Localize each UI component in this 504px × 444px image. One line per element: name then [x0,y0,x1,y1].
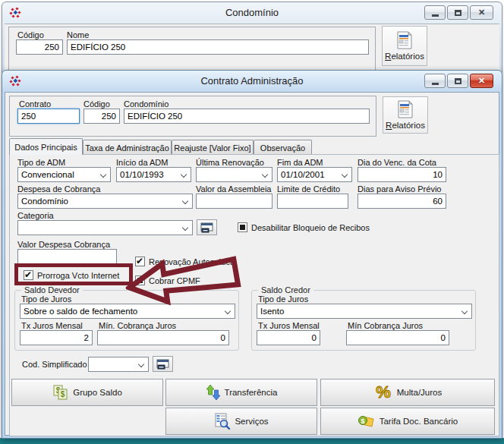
tarifa-doc-bancario-button[interactable]: $ Tarifa Doc. Bancário [320,408,495,435]
transfer-arrows-icon [206,384,221,401]
inicio-adm-select[interactable]: 01/10/1993 [116,167,191,182]
maximize-button[interactable] [447,5,468,20]
ultima-renovacao-label: Última Renovação [196,158,264,167]
combo-value: Sobre o saldo de fechamento [24,307,137,316]
grupo-saldo-label: Grupo Saldo [73,388,122,397]
price-tag-icon: $ [358,414,376,428]
combo-value: Condomínio [21,197,68,206]
valor-assembleia-field[interactable] [196,194,272,209]
dia-venc-cota-field[interactable] [358,167,446,182]
maximize-button[interactable] [447,74,468,88]
svg-text:%: % [376,384,391,401]
fim-adm-label: Fim da ADM [277,158,323,167]
grupo-saldo-button[interactable]: $ $ Grupo Saldo [11,379,163,406]
despesa-cobranca-select[interactable]: Condomínio [17,194,193,209]
limite-credito-field[interactable] [277,194,348,209]
combo-value: Isento [260,307,284,316]
nome-field[interactable] [67,39,369,55]
valor-despesa-cobranca-field[interactable] [17,249,117,264]
tipo-adm-select[interactable]: Convencional [17,167,111,182]
codigo-label: Código [83,99,110,109]
nome-label: Nome [67,30,89,39]
cod-simplificado-lookup-button[interactable] [153,356,173,372]
condominio-label: Condomínio [124,99,169,109]
tab-dados-principais[interactable]: Dados Principais [9,138,83,155]
multa-juros-button[interactable]: % Multa/Juros [320,379,495,406]
background-taskbar-strip [0,438,504,444]
maximize-icon [455,10,461,16]
report-icon [396,31,413,49]
condominio-field[interactable] [124,109,370,124]
categoria-lookup-button[interactable] [197,219,217,235]
svg-text:$: $ [61,390,65,398]
min-cobranca-devedor-field[interactable] [97,330,229,345]
saldo-devedor-title: Saldo Devedor [21,285,83,294]
saldo-credor-title: Saldo Credor [258,285,313,294]
tabpage-dados-principais: Tipo de ADM Convencional Início da ADM 0… [9,154,499,436]
codigo-label: Código [17,30,44,39]
min-cobranca-credor-field[interactable] [346,330,449,345]
valor-assembleia-label: Valor da Assembleia [196,184,271,194]
tx-juros-credor-field[interactable] [257,330,320,345]
minimize-button[interactable] [424,74,446,88]
min-cobranca-label: Mín Cobrança Juros [348,321,423,330]
saldo-credor-group: Saldo Credor Tipo de Juros Isento Tx Jur… [251,290,476,351]
chevron-down-icon [100,172,106,178]
tab-label: Taxa de Administração [85,143,169,153]
relatorios-label: Relatórios [385,52,424,61]
codigo-field[interactable] [16,39,63,55]
condominio-window: Condomínio ✕ Código Nome Relatórios [2,2,502,73]
categoria-label: Categoria [17,211,54,220]
tab-observacao[interactable]: Observação [254,140,312,155]
tipo-juros-label: Tipo de Juros [258,294,308,304]
tab-label: Dados Principais [14,143,77,152]
close-button[interactable]: ✕ [470,5,493,20]
dia-venc-cota-label: Dia do Venc. da Cota [358,158,436,167]
chevron-down-icon [262,172,268,178]
cod-simplificado-select[interactable] [88,357,149,372]
chevron-down-icon [461,308,468,314]
relatorios-button[interactable]: Relatórios [383,96,428,134]
condominio-titlebar[interactable]: Condomínio ✕ [2,2,502,24]
minimize-icon [432,83,439,85]
contrato-field[interactable] [17,109,80,124]
combo-value: 01/10/2001 [281,170,325,179]
minimize-icon [432,14,439,17]
ultima-renovacao-select[interactable] [196,167,272,182]
tab-reajuste-valor-fixo[interactable]: Reajuste [Valor Fixo] [172,140,254,155]
dialog-titlebar[interactable]: Contrato Administração ✕ [2,71,502,92]
limite-credito-label: Limite de Crédito [277,184,340,194]
grupo-saldo-icon: $ $ [52,384,69,401]
min-cobranca-label: Mín. Cobrança Juros [99,321,176,330]
tab-label: Reajuste [Valor Fixo] [174,143,250,153]
dialog-client-area: Contrato Código Condomínio Relatórios Da… [5,92,499,436]
tipo-juros-devedor-select[interactable]: Sobre o saldo de fechamento [20,304,235,319]
codigo-field[interactable] [83,109,120,124]
condominio-client-area: Código Nome Relatórios [5,24,499,72]
categoria-select[interactable] [17,220,193,235]
despesa-cobranca-label: Despesa de Cobrança [17,184,100,194]
transferencia-button[interactable]: Transferência [165,379,317,406]
multa-juros-label: Multa/Juros [397,388,442,397]
report-icon [397,100,414,118]
tarifa-doc-bancario-label: Tarifa Doc. Bancário [380,417,458,426]
servicos-button[interactable]: Serviços [165,408,317,435]
tx-juros-label: Tx Juros Mensal [258,321,320,330]
condominio-fieldset: Código Nome [8,27,376,71]
close-button[interactable]: ✕ [470,74,493,88]
tipo-juros-credor-select[interactable]: Isento [257,304,472,319]
chevron-down-icon [342,172,348,178]
maximize-icon [455,78,461,84]
chevron-down-icon [182,225,188,231]
relatorios-label: Relatórios [386,121,425,130]
valor-despesa-cobranca-label: Valor Despesa Cobrança [17,240,110,249]
dias-aviso-previo-field[interactable] [358,194,446,209]
tx-juros-devedor-field[interactable] [20,330,93,345]
desabilitar-bloqueio-checkbox[interactable] [238,222,247,232]
relatorios-button[interactable]: Relatórios [382,26,427,66]
tab-taxa-administracao[interactable]: Taxa de Administração [83,140,172,155]
minimize-button[interactable] [424,5,446,20]
combo-value: 01/10/1993 [120,170,164,179]
fim-adm-select[interactable]: 01/10/2001 [277,167,352,182]
form-icon [200,222,213,233]
